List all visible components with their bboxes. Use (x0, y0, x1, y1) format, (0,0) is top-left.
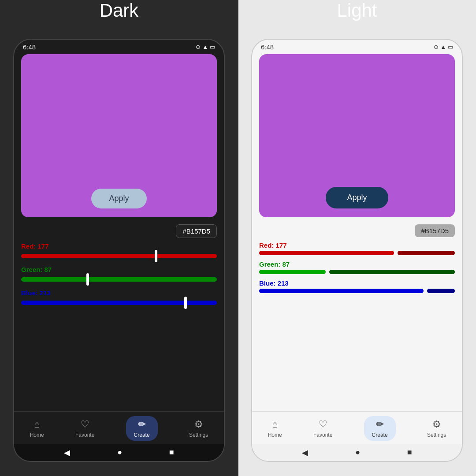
light-android-nav: ◀ ● ■ (252, 444, 462, 461)
dark-nav-settings[interactable]: ⚙ Settings (189, 419, 208, 438)
light-blue-seg-right (427, 289, 455, 293)
dark-green-thumb[interactable] (86, 273, 89, 286)
light-nav-create[interactable]: ✏ Create (364, 416, 396, 441)
light-color-preview: Apply (259, 54, 455, 217)
light-status-bar: 6:48 ⊙ ▲ ▭ (252, 40, 462, 54)
light-battery-icon: ▭ (448, 44, 453, 50)
dark-blue-label: Blue: 213 (21, 289, 217, 297)
dark-nav-create[interactable]: ✏ Create (126, 416, 158, 441)
dark-home-label: Home (30, 432, 44, 438)
light-hex-badge: #B157D5 (415, 224, 455, 237)
battery-icon: ▭ (210, 44, 215, 50)
light-blue-label: Blue: 213 (259, 279, 455, 287)
dark-settings-label: Settings (189, 432, 208, 438)
dark-blue-track (21, 301, 217, 305)
light-pencil-icon: ✏ (376, 419, 384, 430)
dark-bottom-nav: ⌂ Home ♡ Favorite ✏ Create ⚙ Settings (14, 411, 224, 444)
dark-back-btn[interactable]: ◀ (64, 448, 70, 457)
light-blue-track-container[interactable] (259, 289, 455, 293)
dark-red-track (21, 254, 217, 258)
light-recents-btn[interactable]: ■ (407, 448, 412, 457)
light-bottom-nav: ⌂ Home ♡ Favorite ✏ Create ⚙ Settings (252, 411, 462, 444)
light-home-btn[interactable]: ● (355, 448, 360, 457)
light-red-track-container[interactable] (259, 251, 455, 255)
light-green-seg-right (329, 270, 455, 274)
light-theme-label: Light (238, 0, 476, 21)
light-nav-favorite[interactable]: ♡ Favorite (313, 419, 332, 438)
dark-recents-btn[interactable]: ■ (169, 448, 174, 457)
dark-red-label: Red: 177 (21, 242, 217, 250)
light-green-slider-group: Green: 87 (259, 260, 455, 274)
dark-sliders-section: Red: 177 Green: 87 (21, 242, 217, 411)
light-favorite-label: Favorite (313, 432, 332, 438)
gear-icon: ⚙ (194, 419, 203, 430)
location-icon: ⊙ (196, 44, 201, 50)
light-settings-label: Settings (427, 432, 446, 438)
pencil-icon: ✏ (138, 419, 146, 430)
dark-nav-favorite[interactable]: ♡ Favorite (75, 419, 94, 438)
light-red-seg-left (259, 251, 394, 255)
light-nav-home[interactable]: ⌂ Home (268, 419, 282, 438)
light-back-btn[interactable]: ◀ (302, 448, 308, 457)
light-sliders-section: Red: 177 Green: 87 Blue: 213 (259, 242, 455, 411)
dark-phone-content: Apply #B157D5 Red: 177 (14, 54, 224, 411)
dark-color-preview: Apply (21, 54, 217, 217)
light-heart-icon: ♡ (319, 419, 327, 430)
dark-phone-container: 6:48 ⊙ ▲ ▭ Apply #B157D5 Red: 177 (0, 0, 238, 476)
light-red-seg-right (398, 251, 455, 255)
light-time: 6:48 (261, 43, 274, 51)
light-gear-icon: ⚙ (432, 419, 441, 430)
dark-theme-label: Dark (0, 0, 238, 21)
dark-phone-frame: 6:48 ⊙ ▲ ▭ Apply #B157D5 Red: 177 (13, 39, 225, 462)
dark-red-thumb[interactable] (155, 250, 157, 262)
light-status-icons: ⊙ ▲ ▭ (434, 44, 453, 50)
light-red-label: Red: 177 (259, 242, 455, 249)
heart-icon: ♡ (81, 419, 89, 430)
light-signal-icon: ▲ (440, 44, 446, 50)
dark-hex-badge: #B157D5 (176, 224, 217, 238)
light-home-label: Home (268, 432, 282, 438)
dark-android-nav: ◀ ● ■ (14, 444, 224, 461)
light-green-track-container[interactable] (259, 270, 455, 274)
light-nav-settings[interactable]: ⚙ Settings (427, 419, 446, 438)
light-phone-container: 6:48 ⊙ ▲ ▭ Apply #B157D5 Red: 177 (238, 0, 476, 476)
dark-status-bar: 6:48 ⊙ ▲ ▭ (14, 40, 224, 54)
dark-red-track-container[interactable] (21, 252, 217, 260)
dark-favorite-label: Favorite (75, 432, 94, 438)
divider (238, 0, 238, 476)
dark-blue-slider-group: Blue: 213 (21, 289, 217, 307)
light-green-seg-left (259, 270, 326, 274)
dark-green-label: Green: 87 (21, 266, 217, 273)
light-phone-frame: 6:48 ⊙ ▲ ▭ Apply #B157D5 Red: 177 (251, 39, 463, 462)
dark-apply-button[interactable]: Apply (91, 189, 146, 208)
light-green-label: Green: 87 (259, 260, 455, 268)
dark-blue-thumb[interactable] (184, 297, 187, 309)
dark-status-icons: ⊙ ▲ ▭ (196, 44, 215, 50)
dark-green-track (21, 277, 217, 282)
dark-red-slider-group: Red: 177 (21, 242, 217, 260)
dark-time: 6:48 (23, 43, 36, 51)
light-home-icon: ⌂ (272, 419, 278, 430)
light-red-slider-group: Red: 177 (259, 242, 455, 255)
dark-green-slider-group: Green: 87 (21, 266, 217, 284)
home-icon: ⌂ (34, 419, 40, 430)
signal-icon: ▲ (202, 44, 208, 50)
dark-nav-home[interactable]: ⌂ Home (30, 419, 44, 438)
light-apply-button[interactable]: Apply (326, 187, 388, 208)
dark-blue-track-container[interactable] (21, 298, 217, 307)
dark-green-track-container[interactable] (21, 275, 217, 284)
light-create-label: Create (372, 432, 388, 438)
light-phone-content: Apply #B157D5 Red: 177 Green: 87 (252, 54, 462, 411)
light-blue-seg-left (259, 289, 424, 293)
light-location-icon: ⊙ (434, 44, 439, 50)
dark-home-btn[interactable]: ● (117, 448, 122, 457)
dark-create-label: Create (134, 432, 150, 438)
light-blue-slider-group: Blue: 213 (259, 279, 455, 293)
